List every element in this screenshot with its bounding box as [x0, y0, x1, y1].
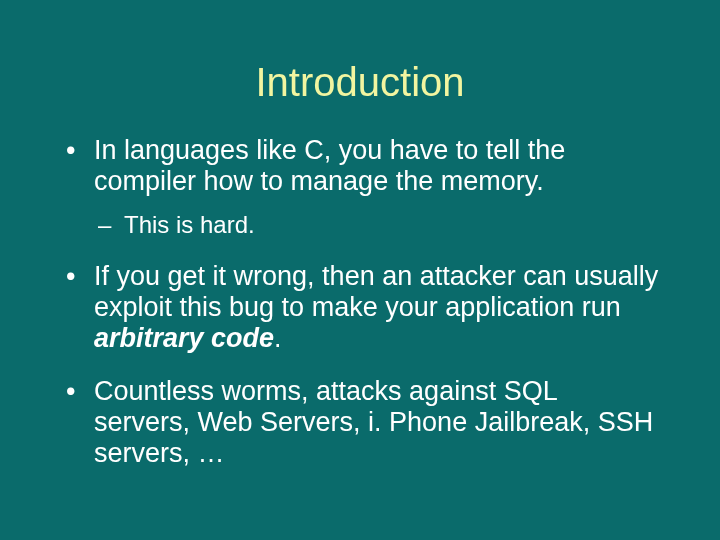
bullet-text-emph: arbitrary code	[94, 323, 274, 353]
sub-bullet-item: This is hard.	[94, 211, 660, 239]
bullet-item-1: In languages like C, you have to tell th…	[60, 135, 660, 239]
bullet-text: Countless worms, attacks against SQL ser…	[94, 376, 653, 468]
bullet-text-pre: If you get it wrong, then an attacker ca…	[94, 261, 658, 322]
bullet-item-2: If you get it wrong, then an attacker ca…	[60, 261, 660, 354]
bullet-text-post: .	[274, 323, 282, 353]
slide-title: Introduction	[0, 0, 720, 135]
bullet-list: In languages like C, you have to tell th…	[60, 135, 660, 469]
sub-bullet-list: This is hard.	[94, 211, 660, 239]
sub-bullet-text: This is hard.	[124, 211, 255, 238]
bullet-item-3: Countless worms, attacks against SQL ser…	[60, 376, 660, 469]
slide: Introduction In languages like C, you ha…	[0, 0, 720, 540]
bullet-text: In languages like C, you have to tell th…	[94, 135, 565, 196]
slide-body: In languages like C, you have to tell th…	[0, 135, 720, 469]
